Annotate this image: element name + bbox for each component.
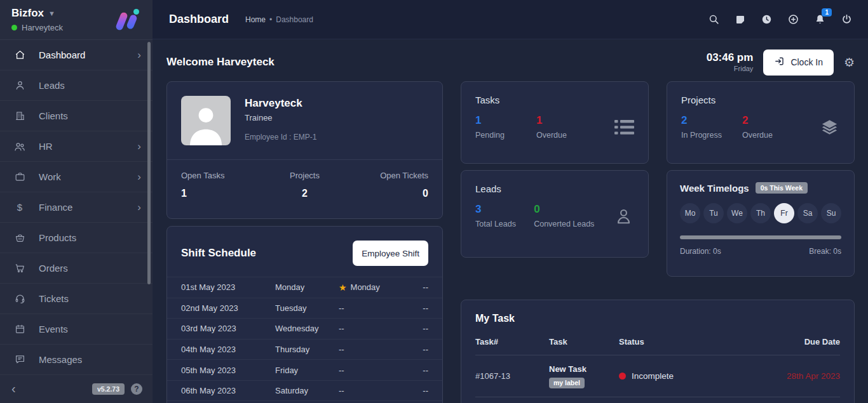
topbar-icons: 1: [708, 13, 853, 25]
day-sa[interactable]: Sa: [797, 203, 818, 223]
stat-open-tickets: Open Tickets 0: [346, 171, 428, 199]
sidebar-item-events[interactable]: Events: [0, 314, 153, 345]
notes-icon[interactable]: [735, 14, 746, 25]
notification-count-badge: 1: [822, 8, 832, 17]
chat-icon: [13, 353, 27, 367]
page-title: Dashboard: [169, 13, 229, 26]
current-time-block: 03:46 pm Friday: [707, 52, 754, 73]
leads-converted-stat: 0 Converted Leads: [534, 204, 613, 228]
gear-icon[interactable]: ⚙: [844, 56, 855, 69]
my-task-card: My Task Task# Task Status Due Date #1067…: [461, 300, 855, 403]
clock-in-button[interactable]: Clock In: [763, 50, 834, 76]
clock-icon[interactable]: [761, 13, 773, 25]
bell-icon[interactable]: 1: [814, 13, 826, 25]
leads-card: Leads 3 Total Leads 0 Converted Leads: [461, 170, 649, 258]
current-time: 03:46 pm: [707, 52, 754, 64]
my-task-header: Task# Task Status Due Date: [475, 337, 840, 355]
day-tu[interactable]: Tu: [703, 203, 724, 223]
home-icon: [13, 48, 27, 62]
day-mo[interactable]: Mo: [680, 203, 700, 223]
chevron-down-icon: ▼: [48, 10, 55, 17]
collapse-sidebar-icon[interactable]: ‹: [11, 382, 16, 395]
welcome-title: Welcome Harveyteck: [166, 56, 275, 69]
chevron-right-icon: ›: [137, 50, 141, 60]
clock-in-icon: [774, 56, 785, 69]
shift-row: 01st May 2023 Monday ★Monday --: [167, 277, 442, 298]
calendar-icon: [13, 322, 27, 336]
shift-schedule-card: Shift Schedule Employee Shift 01st May 2…: [166, 226, 443, 403]
breadcrumb-home[interactable]: Home: [245, 15, 266, 24]
basket-icon: [13, 231, 27, 245]
add-icon[interactable]: [787, 13, 799, 25]
sidebar-item-dashboard[interactable]: Dashboard ›: [0, 40, 153, 70]
timelog-break: Break: 0s: [809, 247, 841, 256]
timelogs-days: Mo Tu We Th Fr Sa Su: [680, 203, 841, 223]
status-dot-icon: [619, 373, 626, 380]
sidebar-item-hr[interactable]: HR ›: [0, 131, 153, 162]
shift-schedule-title: Shift Schedule: [181, 247, 256, 260]
tasks-card-title: Tasks: [475, 95, 634, 105]
sidebar-nav: Dashboard › Leads Clients HR › Work › $ …: [0, 40, 153, 375]
sidebar-item-messages[interactable]: Messages: [0, 345, 153, 375]
projects-overdue-stat: 2 Overdue: [742, 115, 803, 140]
help-icon[interactable]: ?: [131, 383, 142, 395]
timelog-duration: Duration: 0s: [680, 247, 721, 256]
projects-inprogress-stat: 2 In Progress: [681, 115, 742, 140]
brand-name: Bizfox: [11, 7, 44, 20]
sidebar-footer: ‹ v5.2.73 ?: [0, 375, 153, 403]
tasks-pending-stat: 1 Pending: [475, 115, 536, 140]
projects-card: Projects 2 In Progress 2 Overdue: [667, 81, 855, 164]
company-name: Harveyteck: [22, 23, 63, 32]
breadcrumb: Home • Dashboard: [245, 15, 313, 24]
task-list-icon: [614, 119, 634, 136]
day-th[interactable]: Th: [750, 203, 771, 223]
chevron-right-icon: ›: [137, 141, 141, 152]
profile-card: Harveyteck Trainee Employee Id : EMP-1 O…: [166, 81, 443, 219]
task-due-date: 28th Apr 2023: [764, 371, 840, 381]
breadcrumb-current: Dashboard: [276, 15, 313, 24]
timelogs-week-badge: 0s This Week: [756, 182, 808, 194]
task-id: #1067-13: [475, 371, 549, 381]
search-icon[interactable]: [708, 13, 720, 25]
timelogs-title: Week Timelogs: [680, 183, 749, 194]
task-cell: New Task my label: [549, 364, 619, 388]
employee-shift-button[interactable]: Employee Shift: [353, 241, 428, 266]
main-area: Dashboard Home • Dashboard 1 Welcome Har…: [153, 0, 868, 403]
shift-schedule-table: 01st May 2023 Monday ★Monday -- 02nd May…: [167, 277, 442, 401]
person-outline-icon: [613, 206, 634, 227]
sidebar-item-orders[interactable]: Orders: [0, 253, 153, 284]
sidebar-item-finance[interactable]: $ Finance ›: [0, 192, 153, 223]
week-timelogs-card: Week Timelogs 0s This Week Mo Tu We Th F…: [667, 170, 855, 277]
sidebar-item-leads[interactable]: Leads: [0, 70, 153, 101]
current-day: Friday: [707, 65, 754, 72]
sidebar-item-tickets[interactable]: Tickets: [0, 284, 153, 314]
employee-id: Employee Id : EMP-1: [245, 133, 316, 142]
cart-icon: [13, 261, 27, 275]
bizfox-logo-icon: [115, 8, 142, 32]
task-label-badge: my label: [549, 378, 585, 388]
sidebar-item-clients[interactable]: Clients: [0, 101, 153, 131]
sidebar-item-products[interactable]: Products: [0, 223, 153, 253]
day-fr[interactable]: Fr: [774, 203, 794, 223]
profile-stats: Open Tasks 1 Projects 2 Open Tickets 0: [167, 160, 442, 210]
dollar-icon: $: [13, 201, 27, 215]
task-status: Incomplete: [619, 371, 764, 381]
sidebar-scrollbar[interactable]: [147, 42, 151, 284]
person-icon: [13, 79, 27, 93]
shift-row: 02nd May 2023 Tuesday -- --: [167, 298, 442, 319]
task-name: New Task: [549, 364, 587, 374]
sidebar-header: Bizfox ▼ Harveyteck: [0, 0, 153, 40]
version-badge: v5.2.73: [92, 383, 125, 395]
table-row[interactable]: #1067-13 New Task my label Incomplete 28…: [475, 355, 840, 397]
projects-card-title: Projects: [681, 95, 840, 105]
power-icon[interactable]: [841, 13, 853, 25]
leads-total-stat: 3 Total Leads: [475, 204, 534, 228]
my-task-title: My Task: [475, 313, 840, 324]
day-su[interactable]: Su: [821, 203, 841, 223]
shift-row: 03rd May 2023 Wednesday -- --: [167, 318, 442, 339]
sidebar: Bizfox ▼ Harveyteck Dashboard › Leads Cl…: [0, 0, 153, 403]
sidebar-item-work[interactable]: Work ›: [0, 162, 153, 192]
day-we[interactable]: We: [727, 203, 747, 223]
layers-icon: [819, 117, 840, 137]
timelog-progress-bar: [680, 235, 841, 239]
